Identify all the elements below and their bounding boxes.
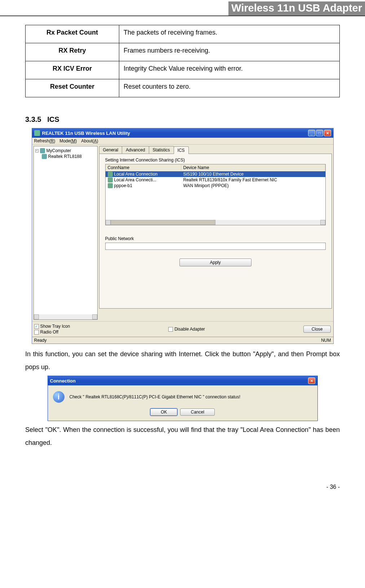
connection-icon xyxy=(108,172,113,177)
def-desc: Integrity Check Value receiving with err… xyxy=(119,61,340,79)
tab-content: Setting Internet Connection Sharing (ICS… xyxy=(99,154,332,309)
tree-child[interactable]: Realtek RTL8188 xyxy=(42,154,96,159)
col-devicename[interactable]: Device Name xyxy=(181,164,325,171)
def-label: Reset Counter xyxy=(26,79,119,97)
tab-row: General Advanced Statistics ICS xyxy=(99,146,332,154)
device-name: WAN Miniport (PPPOE) xyxy=(181,183,325,188)
disable-adapter-checkbox[interactable]: Disable Adapter xyxy=(168,327,205,332)
connection-icon xyxy=(108,177,113,182)
maximize-button[interactable]: □ xyxy=(316,130,323,136)
listview-scrollbar-h[interactable] xyxy=(106,220,325,225)
tree-child-label: Realtek RTL8188 xyxy=(48,154,82,159)
tree-root-label: MyComputer xyxy=(46,148,71,153)
list-item[interactable]: Local Area Connection SiS190 100/10 Ethe… xyxy=(106,171,325,177)
section-title: ICS xyxy=(47,115,59,123)
scroll-left-icon[interactable] xyxy=(34,314,39,319)
menubar: Refresh(R) Mode(M) About(A) xyxy=(32,138,333,145)
scroll-track[interactable] xyxy=(39,314,92,319)
app-icon xyxy=(34,130,40,136)
ics-heading: Setting Internet Connection Sharing (ICS… xyxy=(105,158,326,163)
window-title: REALTEK 11n USB Wireless LAN Utility xyxy=(42,131,130,136)
show-tray-checkbox[interactable]: ✓ Show Tray Icon xyxy=(34,324,70,329)
radio-off-label: Radio Off xyxy=(40,330,58,335)
radio-off-checkbox[interactable]: Radio Off xyxy=(34,330,70,335)
list-item[interactable]: pppoe-b1 WAN Miniport (PPPOE) xyxy=(106,183,325,189)
app-window: REALTEK 11n USB Wireless LAN Utility _ □… xyxy=(32,128,334,344)
computer-icon xyxy=(40,148,45,153)
public-network-box xyxy=(105,243,326,250)
close-icon[interactable]: ✕ xyxy=(308,377,315,384)
connection-icon xyxy=(108,183,113,188)
checkbox-icon xyxy=(34,330,39,335)
scroll-right-icon[interactable] xyxy=(92,314,97,319)
menu-mode[interactable]: Mode(M) xyxy=(59,138,77,143)
conn-name: Local Area Connection xyxy=(114,172,158,177)
apply-button[interactable]: Apply xyxy=(179,258,252,266)
info-icon: i xyxy=(53,391,64,403)
minimize-button[interactable]: _ xyxy=(308,130,315,136)
tree-collapse-icon[interactable]: − xyxy=(35,149,39,152)
statusbar: Ready NUM xyxy=(32,337,333,344)
page-header-title: Wireless 11n USB Adapter xyxy=(228,1,365,16)
connection-dialog: Connection ✕ i Check " Realtek RTL8168C(… xyxy=(48,376,318,421)
tab-general[interactable]: General xyxy=(99,146,123,154)
bottom-bar: ✓ Show Tray Icon Radio Off Disable Adapt… xyxy=(32,321,333,337)
tab-statistics[interactable]: Statistics xyxy=(149,146,174,154)
menu-about[interactable]: About(A) xyxy=(81,138,98,143)
def-desc: The packets of receiving frames. xyxy=(119,25,340,43)
scroll-track[interactable] xyxy=(111,220,320,225)
table-row: RX Retry Frames numbers re-receiving. xyxy=(26,43,340,61)
table-row: RX ICV Error Integrity Check Value recei… xyxy=(26,61,340,79)
scroll-thumb[interactable] xyxy=(111,220,215,225)
show-tray-label: Show Tray Icon xyxy=(40,324,70,329)
ok-button[interactable]: OK xyxy=(150,408,177,416)
def-label: Rx Packet Count xyxy=(26,25,119,43)
public-network-label: Public Network xyxy=(105,236,326,241)
def-desc: Frames numbers re-receiving. xyxy=(119,43,340,61)
scroll-left-icon[interactable] xyxy=(106,220,111,225)
checkbox-checked-icon: ✓ xyxy=(34,324,39,329)
page-number: - 36 - xyxy=(0,462,365,490)
list-item[interactable]: Local Area Connecti... Realtek RTL8139/8… xyxy=(106,177,325,183)
def-label: RX Retry xyxy=(26,43,119,61)
close-icon[interactable]: ✕ xyxy=(324,130,331,136)
body-paragraph-2: Select "OK". When the connection is succ… xyxy=(25,423,340,449)
def-label: RX ICV Error xyxy=(26,61,119,79)
def-desc: Reset counters to zero. xyxy=(119,79,340,97)
scroll-right-icon[interactable] xyxy=(320,220,325,225)
listview-header: ConnName Device Name xyxy=(106,164,325,171)
body-paragraph-1: In this function, you can set the device… xyxy=(25,348,340,373)
definitions-table: Rx Packet Count The packets of receiving… xyxy=(25,25,340,97)
status-num: NUM xyxy=(321,338,331,343)
cancel-button[interactable]: Cancel xyxy=(180,408,214,416)
section-heading: 3.3.5 ICS xyxy=(25,115,340,124)
table-row: Rx Packet Count The packets of receiving… xyxy=(26,25,340,43)
close-button[interactable]: Close xyxy=(303,326,331,333)
tree-pane: − MyComputer Realtek RTL8188 xyxy=(34,146,98,320)
dialog-titlebar: Connection ✕ xyxy=(48,376,317,385)
device-icon xyxy=(42,154,47,159)
tab-ics[interactable]: ICS xyxy=(174,146,189,154)
device-name: Realtek RTL8139/810x Family Fast Etherne… xyxy=(181,177,325,182)
titlebar: REALTEK 11n USB Wireless LAN Utility _ □… xyxy=(32,128,333,138)
device-name: SiS190 100/10 Ethernet Device xyxy=(181,172,325,177)
section-number: 3.3.5 xyxy=(25,115,41,123)
checkbox-icon xyxy=(168,327,173,332)
page-header: Wireless 11n USB Adapter xyxy=(0,0,365,16)
menu-refresh[interactable]: Refresh(R) xyxy=(34,138,55,143)
conn-name: pppoe-b1 xyxy=(114,183,133,188)
dialog-title: Connection xyxy=(50,378,76,384)
tree-scrollbar-h[interactable] xyxy=(34,314,97,319)
conn-name: Local Area Connecti... xyxy=(114,177,156,182)
table-row: Reset Counter Reset counters to zero. xyxy=(26,79,340,97)
status-text: Ready xyxy=(34,338,47,343)
disable-adapter-label: Disable Adapter xyxy=(174,327,205,332)
tab-advanced[interactable]: Advanced xyxy=(122,146,149,154)
col-connname[interactable]: ConnName xyxy=(106,164,181,171)
connection-listview: ConnName Device Name Local Area Connecti… xyxy=(105,164,326,225)
tree-root[interactable]: − MyComputer xyxy=(35,148,96,154)
dialog-message: Check " Realtek RTL8168C(P)/8111C(P) PCI… xyxy=(70,394,241,399)
